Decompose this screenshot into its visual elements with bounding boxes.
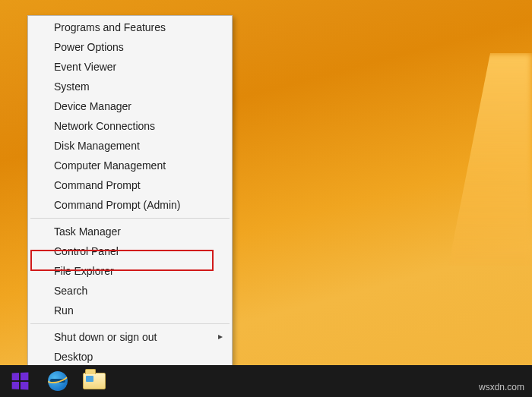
folder-icon <box>83 373 106 389</box>
windows-logo-icon <box>12 372 29 389</box>
menu-separator <box>30 218 230 219</box>
menu-item-computer-management[interactable]: Computer Management <box>30 156 230 175</box>
menu-item-disk-management[interactable]: Disk Management <box>30 136 230 156</box>
watermark-text: wsxdn.com <box>479 382 524 392</box>
internet-explorer-icon <box>48 371 68 391</box>
menu-item-command-prompt-admin[interactable]: Command Prompt (Admin) <box>30 195 230 215</box>
taskbar <box>0 365 532 397</box>
start-button[interactable] <box>0 365 40 397</box>
menu-item-programs-and-features[interactable]: Programs and Features <box>30 17 230 37</box>
menu-item-shut-down-or-sign-out[interactable]: Shut down or sign out <box>30 327 230 347</box>
winx-power-user-menu: Programs and Features Power Options Even… <box>27 15 233 369</box>
taskbar-item-internet-explorer[interactable] <box>40 365 76 397</box>
menu-item-task-manager[interactable]: Task Manager <box>30 222 230 241</box>
menu-item-power-options[interactable]: Power Options <box>30 37 230 57</box>
menu-item-device-manager[interactable]: Device Manager <box>30 96 230 116</box>
menu-item-network-connections[interactable]: Network Connections <box>30 116 230 136</box>
menu-item-file-explorer[interactable]: File Explorer <box>30 261 230 281</box>
menu-item-run[interactable]: Run <box>30 301 230 320</box>
menu-item-desktop[interactable]: Desktop <box>30 347 230 367</box>
menu-item-system[interactable]: System <box>30 77 230 96</box>
menu-item-event-viewer[interactable]: Event Viewer <box>30 57 230 77</box>
menu-separator <box>30 323 230 324</box>
menu-item-command-prompt[interactable]: Command Prompt <box>30 175 230 195</box>
menu-item-control-panel[interactable]: Control Panel <box>30 241 230 261</box>
menu-item-search[interactable]: Search <box>30 281 230 301</box>
taskbar-item-file-explorer[interactable] <box>76 365 112 397</box>
